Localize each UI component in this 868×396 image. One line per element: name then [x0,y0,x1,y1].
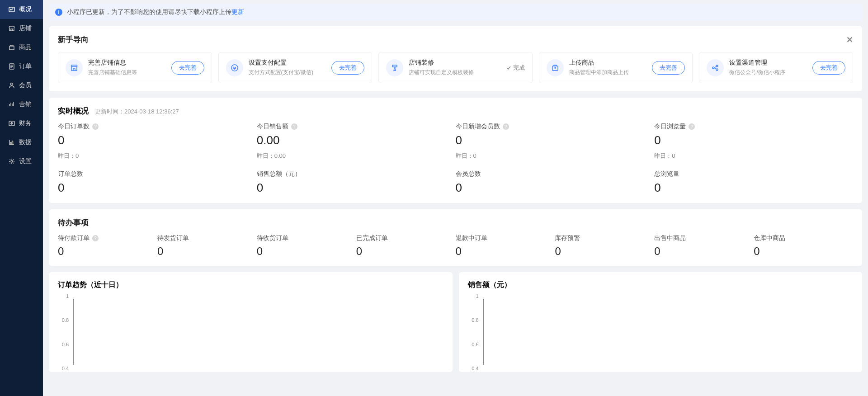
todo-panel: 待办事项 待付款订单?0待发货订单0待收货订单0已完成订单0退款中订单0库存预警… [49,209,862,266]
alert-update-link[interactable]: 更新 [231,8,244,16]
sidebar-item-store[interactable]: 店铺 [0,19,43,38]
sidebar: 概况店铺商品订单会员营销财务数据设置 [0,0,43,396]
metric-cell: 销售总额（元）0 [257,170,456,195]
svg-point-11 [716,65,718,67]
guide-card: 完善店铺信息完善店铺基础信息等去完善 [58,52,212,83]
metric-label: 总浏览量 [654,170,853,178]
todo-item[interactable]: 库存预警0 [555,234,654,258]
guide-action-button[interactable]: 去完善 [171,61,204,75]
store-icon [66,59,83,76]
guide-action-button[interactable]: 去完善 [331,61,364,75]
guide-card: 上传商品商品管理中添加商品上传去完善 [539,52,693,83]
metric-label: 今日订单数? [58,123,257,131]
chart-title: 订单趋势（近十日） [58,280,443,290]
sales-amount-chart: 销售额（元） 10.80.60.4 [459,272,863,372]
guide-card-sub: 商品管理中添加商品上传 [569,69,652,76]
help-icon[interactable]: ? [503,123,509,130]
metric-label: 订单总数 [58,170,257,178]
metric-label: 销售总额（元） [257,170,456,178]
metric-value: 0 [456,133,655,147]
close-icon[interactable]: ✕ [846,35,853,45]
svg-point-8 [231,65,238,71]
metric-yesterday: 昨日：0 [456,152,655,160]
guide-card-title: 上传商品 [569,59,652,67]
todo-label: 待收货订单 [257,234,356,242]
guide-card-title: 店铺装修 [409,59,506,67]
guide-card-sub: 微信公众号/微信小程序 [729,69,812,76]
guide-card: 设置渠道管理微信公众号/微信小程序去完善 [699,52,853,83]
guide-card-title: 设置渠道管理 [729,59,812,67]
metric-label: 今日浏览量? [654,123,853,131]
member-icon [8,82,15,89]
sidebar-item-label: 店铺 [19,24,32,33]
help-icon[interactable]: ? [291,123,297,130]
sidebar-item-member[interactable]: 会员 [0,76,43,95]
metric-yesterday: 昨日：0 [654,152,853,160]
sidebar-item-finance[interactable]: 财务 [0,114,43,133]
y-tick: 0.4 [472,366,478,371]
main-content: i 小程序已更新，为了不影响您的使用请尽快下载小程序上传 更新 新手导向 ✕ 完… [43,0,868,396]
metric-value: 0 [257,181,456,195]
y-tick: 0.8 [62,317,69,323]
todo-item[interactable]: 待付款订单?0 [58,234,157,258]
order-icon [8,63,15,70]
metric-label: 会员总数 [456,170,655,178]
metric-cell: 今日浏览量?0昨日：0 [654,123,853,160]
todo-item[interactable]: 待发货订单0 [157,234,257,258]
help-icon[interactable]: ? [689,123,695,130]
y-tick: 1 [476,293,478,299]
y-tick: 0.6 [62,342,69,347]
svg-rect-4 [10,142,11,144]
metric-cell: 订单总数0 [58,170,257,195]
y-tick: 0.8 [472,317,478,323]
todo-item[interactable]: 退款中订单0 [456,234,555,258]
todo-value: 0 [456,245,555,258]
metric-yesterday: 昨日：0 [58,152,257,160]
newbie-guide-panel: 新手导向 ✕ 完善店铺信息完善店铺基础信息等去完善设置支付配置支付方式配置(支付… [49,26,862,91]
data-icon [8,139,15,146]
alert-text: 小程序已更新，为了不影响您的使用请尽快下载小程序上传 [67,8,231,16]
sidebar-item-marketing[interactable]: 营销 [0,95,43,114]
todo-item[interactable]: 待收货订单0 [257,234,356,258]
dashboard-icon [8,6,15,13]
todo-item[interactable]: 仓库中商品0 [754,234,853,258]
brush-icon [386,59,403,76]
sidebar-item-label: 概况 [19,5,32,14]
upload-icon [547,59,564,76]
pay-icon [226,59,243,76]
orders-trend-chart: 订单趋势（近十日） 10.80.60.4 [49,272,453,372]
guide-card: 店铺装修店铺可实现自定义模板装修完成 [378,52,533,83]
metric-value: 0.00 [257,133,456,147]
sidebar-item-settings[interactable]: 设置 [0,152,43,171]
info-icon: i [55,9,62,16]
sidebar-item-dashboard[interactable]: 概况 [0,0,43,19]
guide-action-button[interactable]: 去完善 [812,61,845,75]
guide-card-sub: 支付方式配置(支付宝/微信) [249,69,332,76]
marketing-icon [8,101,15,108]
metric-value: 0 [654,133,853,147]
sidebar-item-label: 商品 [19,43,32,52]
todo-item[interactable]: 出售中商品0 [654,234,754,258]
realtime-panel: 实时概况 更新时间：2024-03-18 12:36:27 今日订单数?0昨日：… [49,98,862,203]
store-icon [8,25,15,32]
todo-item[interactable]: 已完成订单0 [356,234,456,258]
todo-value: 0 [654,245,754,258]
guide-action-button[interactable]: 去完善 [652,61,685,75]
todo-title: 待办事项 [58,217,89,228]
svg-point-12 [716,69,718,71]
sidebar-item-order[interactable]: 订单 [0,57,43,76]
svg-rect-5 [12,141,13,144]
guide-done-label: 完成 [506,64,525,72]
y-tick: 0.6 [472,342,478,347]
metric-value: 0 [58,181,257,195]
todo-value: 0 [356,245,456,258]
sidebar-item-goods[interactable]: 商品 [0,38,43,57]
help-icon[interactable]: ? [92,235,99,241]
metric-yesterday: 昨日：0.00 [257,152,456,160]
todo-label: 待发货订单 [157,234,257,242]
help-icon[interactable]: ? [92,123,99,130]
y-tick: 1 [66,293,69,299]
sidebar-item-data[interactable]: 数据 [0,133,43,152]
metric-cell: 今日新增会员数?0昨日：0 [456,123,655,160]
finance-icon [8,120,15,127]
